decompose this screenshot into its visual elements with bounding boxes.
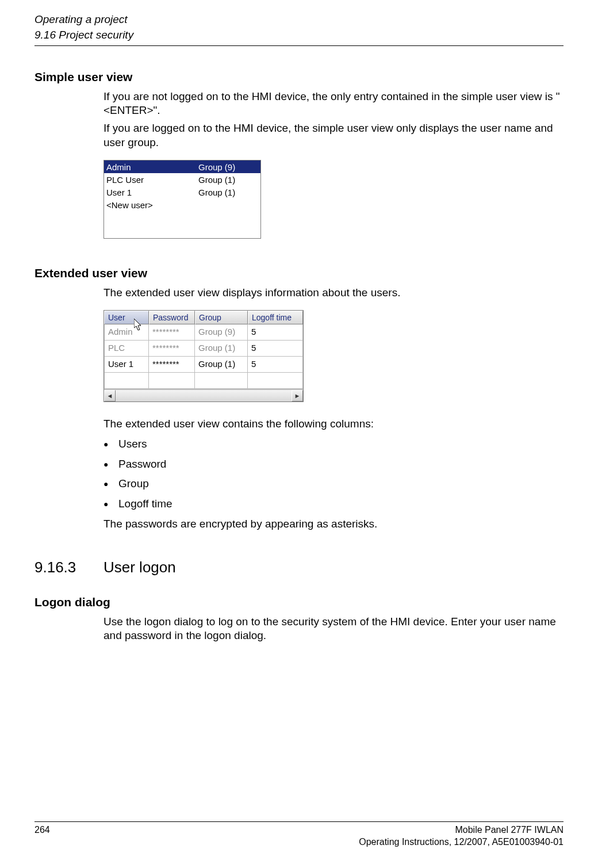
page-footer: 264 Mobile Panel 277F IWLAN Operating In… <box>34 821 564 848</box>
logon-para-1: Use the logon dialog to log on to the se… <box>103 615 564 643</box>
bullet-password: Password <box>103 457 564 472</box>
heading-logon-dialog: Logon dialog <box>34 594 564 610</box>
simple-row[interactable]: User 1 Group (1) <box>104 186 260 198</box>
bullet-users: Users <box>103 437 564 452</box>
ext-cell-password: ******** <box>149 324 195 341</box>
running-header-section: 9.16 Project security <box>34 28 564 43</box>
simple-user-view-widget[interactable]: Admin Group (9) PLC User Group (1) User … <box>103 160 261 239</box>
ext-cell-group: Group (1) <box>195 357 248 373</box>
bullet-logoff: Logoff time <box>103 497 564 511</box>
simple-cell-user: PLC User <box>106 174 198 186</box>
ext-row[interactable]: Admin ******** Group (9) 5 <box>104 324 303 341</box>
ext-header-password[interactable]: Password <box>149 311 195 324</box>
simple-para-2: If you are logged on to the HMI device, … <box>103 121 564 150</box>
ext-cell-group: Group (1) <box>195 341 248 357</box>
extended-bullet-list: Users Password Group Logoff time <box>103 437 564 511</box>
simple-cell-group: Group (9) <box>198 162 258 173</box>
extended-para-3: The passwords are encrypted by appearing… <box>103 517 564 531</box>
subsection-number: 9.16.3 <box>34 558 103 578</box>
extended-para-1: The extended user view displays informat… <box>103 286 564 300</box>
heading-simple-user-view: Simple user view <box>34 69 564 85</box>
ext-cell-password: ******** <box>149 341 195 357</box>
ext-row[interactable]: User 1 ******** Group (1) 5 <box>104 357 303 373</box>
footer-doc-title: Mobile Panel 277F IWLAN <box>359 824 564 836</box>
header-rule <box>34 45 564 46</box>
footer-doc-id: Operating Instructions, 12/2007, A5E0100… <box>359 836 564 848</box>
ext-cell-group <box>195 373 248 389</box>
ext-cell-user: User 1 <box>104 357 149 373</box>
scroll-left-icon[interactable]: ◄ <box>104 390 116 402</box>
subsection-heading: 9.16.3 User logon <box>34 558 564 578</box>
simple-cell-user: User 1 <box>106 187 198 198</box>
ext-cell-logoff: 5 <box>248 357 303 373</box>
footer-rule <box>34 821 564 822</box>
ext-cell-user: PLC User <box>104 341 149 357</box>
simple-cell-user: <New user> <box>106 200 198 211</box>
footer-page-number: 264 <box>34 824 50 848</box>
bullet-group: Group <box>103 477 564 491</box>
simple-row[interactable]: Admin Group (9) <box>104 160 260 173</box>
ext-row[interactable]: PLC User ******** Group (1) 5 <box>104 341 303 357</box>
heading-extended-user-view: Extended user view <box>34 265 564 281</box>
ext-row-empty[interactable] <box>104 373 303 389</box>
extended-para-2: The extended user view contains the foll… <box>103 417 564 431</box>
simple-cell-group: Group (1) <box>198 174 258 186</box>
simple-cell-group: Group (1) <box>198 187 258 198</box>
ext-cell-user <box>104 373 149 389</box>
ext-cell-user: Admin <box>104 324 149 341</box>
ext-cell-logoff: 5 <box>248 341 303 357</box>
ext-header-row: User Password Group Logoff time <box>104 311 303 324</box>
ext-header-logoff[interactable]: Logoff time <box>248 311 303 324</box>
ext-cell-logoff: 5 <box>248 324 303 341</box>
ext-cell-group: Group (9) <box>195 324 248 341</box>
ext-header-user[interactable]: User <box>104 311 149 324</box>
ext-cell-password: ******** <box>149 357 195 373</box>
running-header-chapter: Operating a project <box>34 13 564 27</box>
simple-row[interactable]: PLC User Group (1) <box>104 173 260 186</box>
simple-para-1: If you are not logged on to the HMI devi… <box>103 90 564 118</box>
ext-horizontal-scrollbar[interactable]: ◄ ► <box>104 389 303 402</box>
ext-header-group[interactable]: Group <box>195 311 248 324</box>
simple-row[interactable]: <New user> <box>104 198 260 211</box>
simple-cell-user: Admin <box>106 162 198 173</box>
subsection-title: User logon <box>103 558 176 578</box>
extended-user-view-widget[interactable]: User Password Group Logoff time Admin **… <box>103 310 304 402</box>
scroll-right-icon[interactable]: ► <box>292 390 303 402</box>
ext-cell-logoff <box>248 373 303 389</box>
ext-cell-password <box>149 373 195 389</box>
